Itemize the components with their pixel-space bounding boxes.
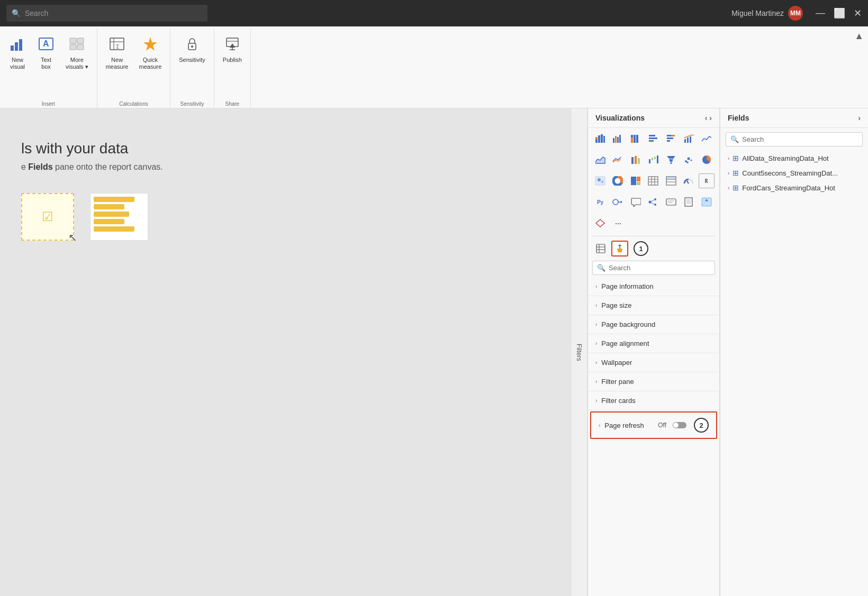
section-label: Page background [601,320,712,328]
svg-rect-36 [649,140,654,142]
canvas-area: ls with your data e Fields pane onto the… [0,108,571,596]
search-placeholder: Search [25,9,48,17]
viz-icon-stacked-h-bar[interactable] [663,131,679,146]
viz-icon-card[interactable]: R [699,173,715,188]
fields-item-alldata[interactable]: › ⊞ AllData_StreamingData_Hot [720,151,868,166]
svg-line-76 [687,181,689,184]
viz-icon-waterfall[interactable] [645,152,661,167]
viz-icon-scatter[interactable] [681,152,697,167]
viz-icon-line2[interactable] [610,152,626,167]
viz-icon-grouped-bar[interactable] [610,131,626,146]
viz-icon-donut[interactable] [610,173,626,188]
viz-icon-combo[interactable] [681,131,697,146]
ribbon-item-new-measure[interactable]: ∑ Newmeasure [102,34,133,72]
ribbon-item-more-visuals[interactable]: Morevisuals ▾ [61,34,93,72]
viz-icon-100-bar[interactable] [628,131,644,146]
format-section-filter-cards[interactable]: › Filter cards [588,391,719,410]
ribbon-item-new-visual[interactable]: Newvisual [4,34,31,72]
viz-icon-paginated[interactable] [681,195,697,209]
svg-rect-27 [615,136,617,143]
user-info: Miguel Martinez MM — ⬜ ✕ [731,6,862,21]
section-label: Wallpaper [601,359,712,366]
format-section-page-size[interactable]: › Page size [588,296,719,315]
filters-label: Filters [575,344,583,361]
section-label: Page alignment [601,340,712,347]
viz-icon-azure-map[interactable] [699,195,715,209]
svg-rect-89 [685,198,692,206]
viz-icon-funnel[interactable] [663,152,679,167]
format-section-page-information[interactable]: › Page information [588,277,719,296]
viz-icon-dots[interactable]: ··· [610,216,626,231]
svg-rect-32 [634,135,636,143]
svg-point-81 [649,201,652,204]
fields-item-fordcars[interactable]: › ⊞ FordCars_StreamingData_Hot [720,180,868,195]
viz-icon-ribbon[interactable] [628,152,644,167]
publish-icon [224,36,240,54]
title-search-box[interactable]: 🔍 Search [6,5,207,22]
fields-search-box[interactable]: 🔍 Search [726,132,863,146]
viz-icon-pie[interactable] [699,152,715,167]
new-measure-label: Newmeasure [106,57,129,70]
svg-point-15 [191,45,193,48]
maximize-button[interactable]: ⬜ [834,7,845,19]
fields-search-icon: 🔍 [730,135,739,143]
viz-icon-key-influencers[interactable] [610,195,626,209]
viz-icon-treemap[interactable] [628,173,644,188]
viz-icon-qa[interactable] [628,195,644,209]
svg-marker-18 [230,43,235,48]
format-section-page-refresh[interactable]: › Page refresh Off 2 [590,411,717,439]
svg-rect-1 [15,42,18,51]
svg-rect-47 [649,159,650,163]
toggle-off[interactable] [673,422,686,428]
svg-point-77 [613,199,618,205]
ribbon: Newvisual A Textbox [0,26,868,108]
viz-icon-gauge[interactable] [681,173,697,188]
viz-nav-prev[interactable]: ‹ [705,114,708,122]
quick-measure-icon [142,36,158,54]
viz-icon-area[interactable] [592,152,608,167]
svg-rect-44 [631,157,634,164]
viz-nav-next[interactable]: › [709,114,712,122]
canvas-content: ls with your data e Fields pane onto the… [0,108,571,272]
svg-rect-23 [598,135,600,143]
ribbon-item-text-box[interactable]: A Textbox [33,34,59,72]
viz-tab-data[interactable] [592,241,609,256]
format-section-page-alignment[interactable]: › Page alignment [588,334,719,353]
ribbon-collapse-button[interactable]: ▲ [854,31,864,42]
viz-icon-narrative[interactable] [663,195,679,209]
ribbon-item-publish[interactable]: Publish [219,34,246,66]
viz-icon-diamond[interactable] [592,216,608,231]
format-section-page-background[interactable]: › Page background [588,315,719,334]
close-button[interactable]: ✕ [854,7,862,19]
format-section-filter-pane[interactable]: › Filter pane [588,372,719,391]
fields-panel-expand[interactable]: › [858,114,861,122]
ribbon-item-sensitivity[interactable]: Sensitivity [175,34,210,66]
viz-icon-stacked-bar[interactable] [592,131,608,146]
table-icon: ⊞ [733,154,739,162]
viz-icon-matrix[interactable] [645,173,661,188]
viz-tab-format[interactable] [611,241,628,256]
filter-sidebar[interactable]: Filters [571,108,587,596]
viz-search-box[interactable]: 🔍 Search [592,261,715,275]
viz-icon-table[interactable] [663,173,679,188]
viz-icon-horizontal-bar[interactable] [645,131,661,146]
search-icon: 🔍 [12,9,21,17]
window-controls[interactable]: — ⬜ ✕ [816,7,862,19]
svg-rect-33 [636,135,638,143]
ribbon-item-quick-measure[interactable]: Quickmeasure [134,34,166,72]
svg-rect-35 [649,137,657,139]
fields-item-count5[interactable]: › ⊞ Count5secons_StreamingDat... [720,166,868,180]
viz-icon-line-chart[interactable] [699,131,715,146]
format-section-wallpaper[interactable]: › Wallpaper [588,353,719,372]
minimize-button[interactable]: — [816,7,825,19]
viz-icon-decomp-tree[interactable] [645,195,661,209]
title-bar: 🔍 Search Miguel Martinez MM — ⬜ ✕ [0,0,868,26]
canvas-body: e Fields pane onto the report canvas. [21,162,549,172]
viz-icon-map[interactable] [592,173,608,188]
svg-rect-86 [666,199,676,205]
viz-icon-python[interactable]: Py [592,195,608,209]
svg-point-83 [654,204,656,206]
svg-rect-43 [690,136,691,143]
viz-icons-grid-4: Py [588,191,719,213]
sensitivity-group-label: Sensitivity [180,100,204,108]
